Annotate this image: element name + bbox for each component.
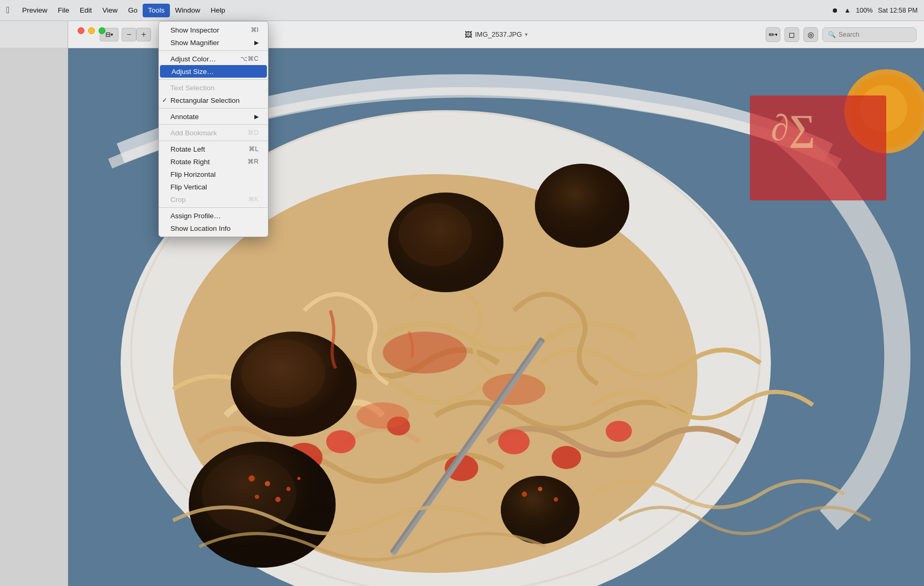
file-name: IMG_2537.JPG xyxy=(475,30,522,38)
separator-5 xyxy=(159,141,268,141)
separator-4 xyxy=(159,124,268,125)
svg-point-20 xyxy=(399,203,472,266)
show-magnifier-arrow: ▶ xyxy=(254,39,259,46)
show-inspector-label: Show Inspector xyxy=(170,26,219,34)
clock: Sat 12:58 PM xyxy=(878,7,918,14)
menu-item-annotate[interactable]: Annotate ▶ xyxy=(159,110,268,123)
svg-point-30 xyxy=(286,487,291,491)
menu-window[interactable]: Window xyxy=(170,4,206,17)
show-location-info-label: Show Location Info xyxy=(170,225,231,232)
battery-display: 100% xyxy=(856,7,873,14)
menu-item-rotate-left[interactable]: Rotate Left ⌘L xyxy=(159,143,268,155)
menu-item-rotate-right[interactable]: Rotate Right ⌘R xyxy=(159,155,268,168)
svg-point-7 xyxy=(498,429,530,454)
zoom-in-icon: + xyxy=(141,30,146,39)
traffic-lights xyxy=(78,27,105,34)
menu-item-flip-vertical[interactable]: Flip Vertical xyxy=(159,180,268,193)
svg-rect-42 xyxy=(750,95,886,200)
separator-1 xyxy=(159,50,268,51)
file-dropdown-arrow[interactable]: ▾ xyxy=(525,31,528,37)
close-button[interactable] xyxy=(78,27,84,34)
menu-item-crop[interactable]: Crop ⌘K xyxy=(159,193,268,206)
add-bookmark-shortcut: ⌘D xyxy=(248,129,259,136)
zoom-out-icon: − xyxy=(126,30,131,39)
menu-item-adjust-size[interactable]: Adjust Size… xyxy=(160,65,267,78)
menu-file[interactable]: File xyxy=(52,4,74,17)
separator-2 xyxy=(159,79,268,80)
stamp-icon: ◻ xyxy=(789,30,795,39)
pencil-tool-btn[interactable]: ✏ ▾ xyxy=(766,27,780,42)
menu-item-show-inspector[interactable]: Show Inspector ⌘I xyxy=(159,24,268,36)
menu-item-rectangular-selection[interactable]: ✓ Rectangular Selection xyxy=(159,94,268,106)
svg-point-32 xyxy=(255,495,259,499)
menu-go[interactable]: Go xyxy=(123,4,143,17)
rectangular-selection-check: ✓ xyxy=(162,97,167,104)
svg-point-9 xyxy=(606,421,632,442)
separator-6 xyxy=(159,207,268,208)
menu-tools[interactable]: Tools xyxy=(143,4,170,17)
text-selection-label: Text Selection xyxy=(170,84,214,92)
file-icon: 🖼 xyxy=(465,30,472,39)
menu-preview[interactable]: Preview xyxy=(17,4,52,17)
apple-menu[interactable]:  xyxy=(6,5,9,16)
pencil-icon: ✏ xyxy=(769,30,775,39)
markup-btn[interactable]: ◎ xyxy=(803,27,818,42)
flip-vertical-label: Flip Vertical xyxy=(170,183,207,191)
rotate-right-shortcut: ⌘R xyxy=(248,158,259,165)
menu-item-add-bookmark[interactable]: Add Bookmark ⌘D xyxy=(159,126,268,139)
menu-edit[interactable]: Edit xyxy=(74,4,97,17)
minimize-button[interactable] xyxy=(88,27,95,34)
separator-3 xyxy=(159,108,268,109)
zoom-out-btn[interactable]: − xyxy=(122,28,136,41)
svg-point-17 xyxy=(241,339,325,408)
crop-shortcut: ⌘K xyxy=(248,196,259,203)
menubar-right: ⏺ ▲ 100% Sat 12:58 PM xyxy=(832,6,918,14)
svg-point-12 xyxy=(383,332,467,374)
svg-point-34 xyxy=(522,492,527,497)
crop-label: Crop xyxy=(170,196,186,204)
adjust-color-shortcut: ⌥⌘C xyxy=(240,55,259,62)
svg-point-5 xyxy=(326,430,356,453)
wifi-icon: ▲ xyxy=(844,6,851,14)
menu-view[interactable]: View xyxy=(97,4,123,17)
svg-point-33 xyxy=(297,477,300,480)
svg-point-22 xyxy=(535,164,629,248)
rotate-left-label: Rotate Left xyxy=(170,145,205,153)
fullscreen-button[interactable] xyxy=(99,27,105,34)
search-input[interactable] xyxy=(839,31,907,38)
tools-dropdown-menu: Show Inspector ⌘I Show Magnifier ▶ Adjus… xyxy=(158,21,268,237)
menu-item-show-location-info[interactable]: Show Location Info xyxy=(159,222,268,235)
markup-icon: ◎ xyxy=(808,30,814,39)
svg-point-27 xyxy=(501,476,579,544)
svg-point-8 xyxy=(552,446,581,469)
add-bookmark-label: Add Bookmark xyxy=(170,129,217,137)
menu-item-adjust-color[interactable]: Adjust Color… ⌥⌘C xyxy=(159,52,268,65)
rotate-right-label: Rotate Right xyxy=(170,158,210,166)
adjust-size-label: Adjust Size… xyxy=(171,68,214,76)
record-icon: ⏺ xyxy=(832,7,839,14)
flip-horizontal-label: Flip Horizontal xyxy=(170,171,216,178)
search-box[interactable]: 🔍 xyxy=(822,27,917,42)
svg-point-28 xyxy=(249,475,255,482)
menu-item-show-magnifier[interactable]: Show Magnifier ▶ xyxy=(159,36,268,49)
menu-item-text-selection[interactable]: Text Selection xyxy=(159,81,268,94)
adjust-color-label: Adjust Color… xyxy=(170,55,216,63)
menu-help[interactable]: Help xyxy=(206,4,231,17)
assign-profile-label: Assign Profile… xyxy=(170,212,221,220)
titlebar-file: 🖼 IMG_2537.JPG ▾ xyxy=(465,30,528,39)
menubar:  Preview File Edit View Go Tools Window… xyxy=(0,0,924,21)
svg-point-35 xyxy=(538,487,542,491)
svg-point-29 xyxy=(265,481,270,486)
chevron-down-icon: ▾ xyxy=(111,32,113,37)
view-icon: ⊟ xyxy=(105,31,111,38)
show-magnifier-label: Show Magnifier xyxy=(170,39,219,47)
stamp-btn[interactable]: ◻ xyxy=(785,27,799,42)
zoom-in-btn[interactable]: + xyxy=(136,28,151,41)
rectangular-selection-label: Rectangular Selection xyxy=(170,97,240,104)
annotate-label: Annotate xyxy=(170,113,199,121)
menu-item-assign-profile[interactable]: Assign Profile… xyxy=(159,209,268,222)
svg-text:∂∑: ∂∑ xyxy=(771,108,815,148)
svg-point-14 xyxy=(357,402,409,429)
search-icon: 🔍 xyxy=(828,31,836,38)
menu-item-flip-horizontal[interactable]: Flip Horizontal xyxy=(159,168,268,180)
